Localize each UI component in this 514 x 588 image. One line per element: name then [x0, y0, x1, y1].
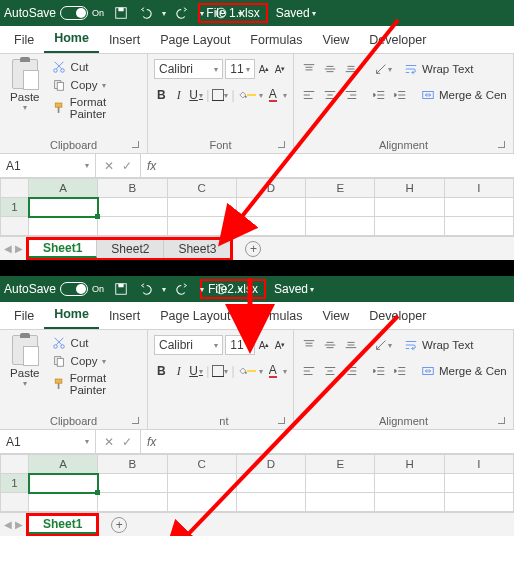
- format-painter-button[interactable]: Format Painter: [52, 96, 141, 120]
- row-header-1[interactable]: 1: [1, 198, 29, 217]
- qat-customize-icon[interactable]: ▾: [238, 285, 242, 294]
- col-header-a[interactable]: A: [29, 179, 98, 198]
- tab-file[interactable]: File: [4, 303, 44, 329]
- italic-button[interactable]: I: [171, 85, 185, 105]
- cell[interactable]: [306, 217, 375, 236]
- align-center-button[interactable]: [321, 361, 339, 381]
- group-label-clipboard[interactable]: Clipboard: [6, 137, 141, 153]
- sheet-tab-sheet2[interactable]: Sheet2: [97, 240, 164, 258]
- undo-icon[interactable]: [138, 282, 152, 296]
- select-all-corner[interactable]: [1, 179, 29, 198]
- cell[interactable]: [444, 217, 513, 236]
- fill-color-button[interactable]: [238, 85, 256, 105]
- cell[interactable]: [306, 474, 375, 493]
- sheet-nav[interactable]: ◀ ▶: [4, 243, 23, 254]
- cell[interactable]: [306, 198, 375, 217]
- wrap-text-button[interactable]: Wrap Text: [404, 62, 473, 76]
- col-header-h[interactable]: H: [375, 455, 444, 474]
- enter-icon[interactable]: ✓: [122, 159, 132, 173]
- align-left-button[interactable]: [300, 361, 318, 381]
- cell[interactable]: [375, 217, 444, 236]
- redo-icon[interactable]: [176, 282, 190, 296]
- col-header-d[interactable]: D: [236, 455, 305, 474]
- cell[interactable]: [98, 217, 167, 236]
- name-box[interactable]: A1 ▾: [0, 430, 96, 453]
- cell[interactable]: [98, 474, 167, 493]
- col-header-e[interactable]: E: [306, 455, 375, 474]
- sheet-nav[interactable]: ◀ ▶: [4, 519, 23, 530]
- cell[interactable]: [167, 217, 236, 236]
- increase-font-button[interactable]: A▴: [257, 59, 271, 79]
- group-label-alignment[interactable]: Alignment: [300, 137, 507, 153]
- col-header-i[interactable]: I: [444, 179, 513, 198]
- redo-dropdown-icon[interactable]: ▾: [200, 285, 204, 294]
- font-family-combo[interactable]: Calibri ▾: [154, 59, 223, 79]
- row-header-1[interactable]: 1: [1, 474, 29, 493]
- italic-button[interactable]: I: [171, 361, 185, 381]
- save-icon[interactable]: [114, 282, 128, 296]
- paste-button[interactable]: Paste ▾: [6, 57, 44, 137]
- format-painter-button[interactable]: Format Painter: [52, 372, 141, 396]
- decrease-font-button[interactable]: A▾: [273, 59, 287, 79]
- wrap-text-button[interactable]: Wrap Text: [404, 338, 473, 352]
- cell[interactable]: [236, 198, 305, 217]
- add-sheet-button[interactable]: +: [111, 517, 127, 533]
- undo-dropdown-icon[interactable]: ▾: [162, 9, 166, 18]
- paste-button[interactable]: Paste ▾: [6, 333, 44, 413]
- redo-icon[interactable]: [176, 6, 190, 20]
- fx-label[interactable]: fx: [141, 154, 162, 177]
- sheet-tab-sheet1[interactable]: Sheet1: [29, 516, 96, 534]
- tab-insert[interactable]: Insert: [99, 303, 150, 329]
- cell[interactable]: [236, 217, 305, 236]
- cell[interactable]: [98, 198, 167, 217]
- align-bottom-button[interactable]: [342, 335, 360, 355]
- row-header[interactable]: [1, 217, 29, 236]
- cell[interactable]: [167, 493, 236, 512]
- tab-file[interactable]: File: [4, 27, 44, 53]
- saved-indicator[interactable]: Saved ▾: [276, 6, 316, 20]
- save-icon[interactable]: [114, 6, 128, 20]
- fill-color-button[interactable]: [238, 361, 256, 381]
- name-box[interactable]: A1 ▾: [0, 154, 96, 177]
- fx-label[interactable]: fx: [141, 430, 162, 453]
- tab-view[interactable]: View: [312, 303, 359, 329]
- chevron-down-icon[interactable]: ▾: [283, 91, 287, 100]
- tab-formulas[interactable]: Formulas: [240, 303, 312, 329]
- align-left-button[interactable]: [300, 85, 318, 105]
- align-bottom-button[interactable]: [342, 59, 360, 79]
- tab-formulas[interactable]: Formulas: [240, 27, 312, 53]
- row-header[interactable]: [1, 493, 29, 512]
- history-icon[interactable]: [214, 6, 228, 20]
- spreadsheet-grid[interactable]: A B C D E H I 1: [0, 178, 514, 236]
- group-label-font[interactable]: Fnt: [154, 413, 287, 429]
- col-header-b[interactable]: B: [98, 455, 167, 474]
- font-size-combo[interactable]: 11 ▾: [225, 59, 255, 79]
- align-middle-button[interactable]: [321, 335, 339, 355]
- col-header-d[interactable]: D: [236, 179, 305, 198]
- cell[interactable]: [236, 493, 305, 512]
- col-header-i[interactable]: I: [444, 455, 513, 474]
- add-sheet-button[interactable]: +: [245, 241, 261, 257]
- cancel-icon[interactable]: ✕: [104, 435, 114, 449]
- font-color-button[interactable]: A: [266, 361, 280, 381]
- increase-indent-button[interactable]: [391, 361, 409, 381]
- cut-button[interactable]: Cut: [52, 60, 141, 74]
- qat-customize-icon[interactable]: ▾: [238, 9, 242, 18]
- align-top-button[interactable]: [300, 59, 318, 79]
- cell[interactable]: [375, 493, 444, 512]
- cell[interactable]: [375, 198, 444, 217]
- cell[interactable]: [98, 493, 167, 512]
- cell[interactable]: [444, 198, 513, 217]
- bold-button[interactable]: B: [154, 85, 168, 105]
- merge-center-button[interactable]: Merge & Cen: [421, 364, 507, 378]
- saved-indicator[interactable]: Saved ▾: [274, 282, 314, 296]
- autosave-toggle[interactable]: AutoSave On: [4, 6, 104, 20]
- font-family-combo[interactable]: Calibri ▾: [154, 335, 223, 355]
- tab-insert[interactable]: Insert: [99, 27, 150, 53]
- formula-input[interactable]: [162, 154, 514, 177]
- group-label-font[interactable]: Font: [154, 137, 287, 153]
- enter-icon[interactable]: ✓: [122, 435, 132, 449]
- tab-home[interactable]: Home: [44, 301, 99, 329]
- cell[interactable]: [167, 474, 236, 493]
- cell-a1[interactable]: [29, 474, 98, 493]
